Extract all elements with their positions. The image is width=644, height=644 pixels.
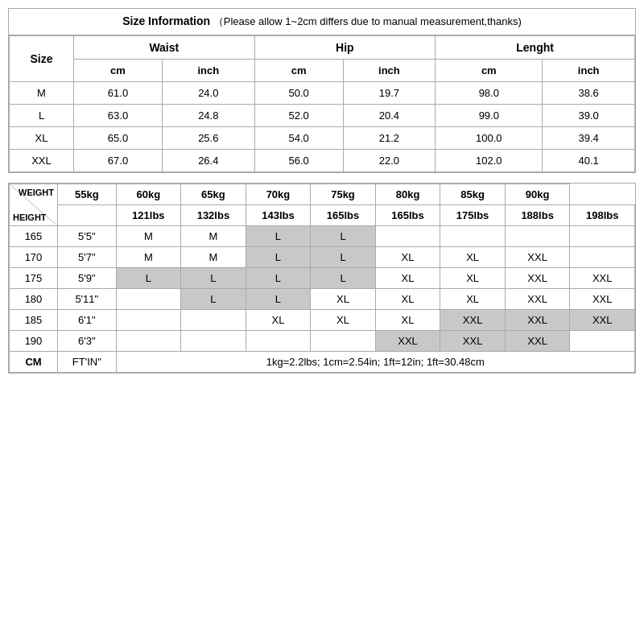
wh-row: 1755'9"LLLLXLXLXXLXXL bbox=[10, 268, 635, 289]
cell-hipCm: 52.0 bbox=[254, 105, 343, 127]
cell-waistIn: 24.8 bbox=[163, 105, 255, 127]
table-row: M61.024.050.019.798.038.6 bbox=[10, 82, 635, 105]
cell-hipCm: 50.0 bbox=[254, 82, 343, 105]
sub-header-0: cm bbox=[74, 60, 163, 82]
size-cell: L bbox=[181, 289, 246, 310]
size-cell bbox=[311, 331, 376, 352]
cell-lengthCm: 102.0 bbox=[436, 150, 543, 172]
size-cell bbox=[116, 331, 181, 352]
height-diag-label: HEIGHT bbox=[13, 213, 47, 222]
size-cell: XL bbox=[440, 268, 506, 289]
size-cell: L bbox=[246, 226, 311, 247]
size-cell: L bbox=[311, 247, 376, 268]
lbs-col-7: 198lbs bbox=[570, 205, 635, 226]
size-info-section: Size Information （Please allow 1~2cm dif… bbox=[8, 8, 636, 173]
table-row: XXL67.026.456.022.0102.040.1 bbox=[10, 150, 635, 172]
size-cell: XL bbox=[311, 310, 376, 331]
weight-row: WEIGHT HEIGHT 55kg60kg65kg70kg75kg80kg85… bbox=[10, 184, 635, 205]
cell-size: XL bbox=[10, 127, 74, 150]
table-row: XL65.025.654.021.2100.039.4 bbox=[10, 127, 635, 150]
size-cell: XL bbox=[375, 268, 440, 289]
weight-col-6: 85kg bbox=[440, 184, 506, 205]
cell-lengthCm: 98.0 bbox=[436, 82, 543, 105]
cm-cell: 175 bbox=[10, 268, 58, 289]
size-cell bbox=[375, 226, 440, 247]
cell-waistIn: 24.0 bbox=[163, 82, 255, 105]
lbs-col-3: 165lbs bbox=[311, 205, 376, 226]
wh-row: 1655'5"MMLL bbox=[10, 226, 635, 247]
size-table-body: M61.024.050.019.798.038.6L63.024.852.020… bbox=[10, 82, 635, 172]
size-cell: XXL bbox=[505, 289, 570, 310]
size-cell bbox=[181, 331, 246, 352]
lbs-col-0: 121lbs bbox=[116, 205, 181, 226]
size-cell: XL bbox=[311, 289, 376, 310]
weight-diag-label: WEIGHT bbox=[19, 188, 54, 197]
wh-section: WEIGHT HEIGHT 55kg60kg65kg70kg75kg80kg85… bbox=[8, 183, 636, 374]
size-cell bbox=[440, 226, 506, 247]
size-cell bbox=[570, 247, 635, 268]
cell-lengthIn: 39.4 bbox=[543, 127, 635, 150]
wh-row: 1705'7"MMLLXLXLXXL bbox=[10, 247, 635, 268]
cell-lengthIn: 38.6 bbox=[543, 82, 635, 105]
cell-size: M bbox=[10, 82, 74, 105]
hip-header: Hip bbox=[254, 36, 436, 60]
title-bold: Size Information bbox=[122, 14, 210, 27]
length-header: Lenght bbox=[436, 36, 635, 60]
size-cell bbox=[116, 310, 181, 331]
cell-hipCm: 54.0 bbox=[254, 127, 343, 150]
size-cell: M bbox=[181, 247, 246, 268]
size-cell: XL bbox=[246, 310, 311, 331]
wh-row: 1856'1"XLXLXLXXLXXLXXL bbox=[10, 310, 635, 331]
ft-cell: 6'3" bbox=[58, 331, 117, 352]
ft-header bbox=[58, 205, 117, 226]
size-cell: L bbox=[181, 268, 246, 289]
cm-cell: 165 bbox=[10, 226, 58, 247]
footer-cm-label: CM bbox=[10, 352, 58, 373]
cell-waistCm: 63.0 bbox=[74, 105, 163, 127]
cell-lengthIn: 39.0 bbox=[543, 105, 635, 127]
wh-table-body: 1655'5"MMLL1705'7"MMLLXLXLXXL1755'9"LLLL… bbox=[10, 226, 635, 352]
size-cell: L bbox=[116, 268, 181, 289]
waist-header: Waist bbox=[74, 36, 255, 60]
sub-header-5: inch bbox=[543, 60, 635, 82]
size-cell: XL bbox=[375, 289, 440, 310]
cell-size: XXL bbox=[10, 150, 74, 172]
cm-cell: 170 bbox=[10, 247, 58, 268]
footer-ft-label: FT'IN" bbox=[58, 352, 117, 373]
size-cell: XXL bbox=[505, 268, 570, 289]
wh-row: 1805'11"LLXLXLXLXXLXXL bbox=[10, 289, 635, 310]
size-cell: XL bbox=[440, 289, 506, 310]
size-cell: XL bbox=[375, 247, 440, 268]
cell-waistIn: 26.4 bbox=[163, 150, 255, 172]
size-cell bbox=[181, 310, 246, 331]
size-cell: L bbox=[246, 268, 311, 289]
cell-waistCm: 67.0 bbox=[74, 150, 163, 172]
size-cell: XXL bbox=[505, 247, 570, 268]
cm-cell: 185 bbox=[10, 310, 58, 331]
footer-row: CM FT'IN" 1kg=2.2lbs; 1cm=2.54in; 1ft=12… bbox=[10, 352, 635, 373]
subtitle-text: （Please allow 1~2cm differs due to manua… bbox=[213, 15, 522, 27]
lbs-col-6: 188lbs bbox=[505, 205, 570, 226]
size-table: Size Waist Hip Lenght cminchcminchcminch… bbox=[9, 35, 635, 172]
cell-size: L bbox=[10, 105, 74, 127]
cm-cell: 190 bbox=[10, 331, 58, 352]
size-cell: XXL bbox=[375, 331, 440, 352]
cell-lengthCm: 100.0 bbox=[436, 127, 543, 150]
size-cell: M bbox=[181, 226, 246, 247]
weight-col-4: 75kg bbox=[311, 184, 376, 205]
weight-col-1: 60kg bbox=[116, 184, 181, 205]
cell-hipIn: 21.2 bbox=[343, 127, 436, 150]
sub-header-2: cm bbox=[254, 60, 343, 82]
size-cell bbox=[246, 331, 311, 352]
ft-cell: 6'1" bbox=[58, 310, 117, 331]
size-header: Size bbox=[10, 36, 74, 82]
size-cell: XXL bbox=[570, 268, 635, 289]
cm-cell: 180 bbox=[10, 289, 58, 310]
wh-table: WEIGHT HEIGHT 55kg60kg65kg70kg75kg80kg85… bbox=[9, 184, 635, 373]
cell-lengthCm: 99.0 bbox=[436, 105, 543, 127]
cell-waistIn: 25.6 bbox=[163, 127, 255, 150]
size-cell: XXL bbox=[440, 331, 506, 352]
lbs-col-2: 143lbs bbox=[246, 205, 311, 226]
weight-col-7: 90kg bbox=[505, 184, 570, 205]
sub-header-3: inch bbox=[343, 60, 436, 82]
